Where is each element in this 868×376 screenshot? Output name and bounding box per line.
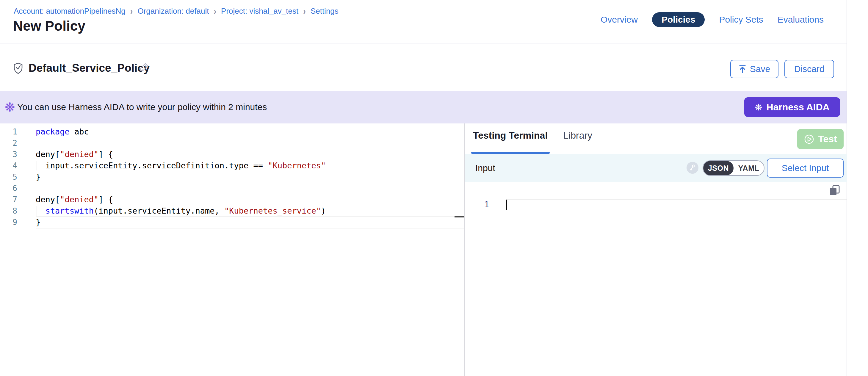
- discard-button[interactable]: Discard: [784, 60, 834, 78]
- input-editor-cursor: [506, 199, 507, 210]
- code-line[interactable]: 9}: [0, 217, 464, 228]
- module-tabs: OverviewPoliciesPolicy SetsEvaluations: [600, 12, 824, 27]
- code-content: }: [36, 217, 464, 228]
- play-circle-icon: [804, 134, 814, 145]
- breadcrumb-separator: ›: [214, 6, 216, 17]
- page: Account: automationPipelinesNg›Organizat…: [0, 0, 868, 376]
- active-tab-underline: [471, 152, 550, 154]
- harness-aida-button[interactable]: ❋ Harness AIDA: [744, 97, 840, 117]
- code-token: }: [36, 217, 40, 227]
- code-token: }: [36, 172, 40, 182]
- policy-name: Default_Service_Policy: [29, 62, 150, 74]
- input-expression-icon[interactable]: [686, 162, 699, 174]
- page-scrollbar-track: [846, 0, 847, 376]
- line-number: 5: [0, 171, 17, 183]
- format-option-json[interactable]: JSON: [703, 161, 734, 175]
- code-content: deny["denied"] {: [36, 149, 464, 160]
- code-content: deny["denied"] {: [36, 194, 464, 205]
- code-token: ] {: [98, 195, 113, 204]
- code-token: deny[: [36, 150, 60, 159]
- code-token: "denied": [60, 195, 98, 204]
- line-number: 6: [0, 183, 17, 194]
- aida-button-sparkle-icon: ❋: [755, 102, 762, 113]
- test-button[interactable]: Test: [797, 129, 844, 149]
- aida-sparkle-icon: ❋: [2, 91, 17, 123]
- tab-policy-sets[interactable]: Policy Sets: [719, 14, 763, 25]
- line-number: 4: [0, 160, 17, 171]
- tab-evaluations[interactable]: Evaluations: [778, 14, 824, 25]
- line-number: 2: [0, 137, 17, 149]
- code-content: [36, 183, 464, 194]
- line-number: 1: [0, 126, 17, 137]
- code-line[interactable]: 2: [0, 137, 464, 149]
- aida-banner: ❋ You can use Harness AIDA to write your…: [0, 91, 847, 123]
- select-input-label: Select Input: [782, 163, 829, 173]
- code-line[interactable]: 7deny["denied"] {: [0, 194, 464, 205]
- line-number: 8: [0, 205, 17, 217]
- code-content: package abc: [36, 126, 464, 137]
- breadcrumb: Account: automationPipelinesNg›Organizat…: [14, 6, 339, 16]
- save-button[interactable]: Save: [730, 60, 778, 78]
- code-content: [36, 137, 464, 149]
- code-token: startswith: [45, 206, 94, 215]
- aida-banner-message: You can use Harness AIDA to write your p…: [17, 91, 267, 123]
- code-token: [36, 206, 45, 215]
- code-token: input.serviceEntity.serviceDefinition.ty…: [36, 161, 268, 170]
- rego-editor[interactable]: 1package abc23deny["denied"] {4 input.se…: [0, 123, 464, 376]
- code-token: package: [36, 127, 70, 136]
- select-input-button[interactable]: Select Input: [767, 159, 844, 178]
- edit-pencil-icon[interactable]: [139, 62, 149, 72]
- breadcrumb-link[interactable]: Account: automationPipelinesNg: [14, 6, 126, 16]
- code-token: ): [321, 206, 326, 215]
- format-option-yaml[interactable]: YAML: [734, 161, 764, 175]
- tab-testing-terminal[interactable]: Testing Terminal: [473, 130, 548, 141]
- input-editor-line-number: 1: [476, 199, 489, 210]
- terminal-tabs: Testing TerminalLibrary: [473, 130, 592, 141]
- aida-button-label: Harness AIDA: [766, 102, 829, 113]
- page-header: Account: automationPipelinesNg›Organizat…: [0, 0, 847, 43]
- code-line[interactable]: 6: [0, 183, 464, 194]
- code-token: "denied": [60, 150, 98, 159]
- copy-icon[interactable]: [829, 184, 841, 196]
- code-token: deny[: [36, 195, 60, 204]
- breadcrumb-link[interactable]: Project: vishal_av_test: [221, 6, 298, 16]
- tab-policies[interactable]: Policies: [652, 12, 705, 27]
- line-number: 9: [0, 217, 17, 228]
- line-number: 3: [0, 149, 17, 160]
- breadcrumb-separator: ›: [130, 6, 133, 17]
- breadcrumb-link[interactable]: Settings: [311, 6, 339, 16]
- breadcrumb-link[interactable]: Organization: default: [137, 6, 209, 16]
- tab-overview[interactable]: Overview: [600, 14, 638, 25]
- code-content: input.serviceEntity.serviceDefinition.ty…: [36, 160, 464, 171]
- save-button-label: Save: [750, 64, 770, 74]
- code-content: startswith(input.serviceEntity.name, "Ku…: [36, 205, 464, 217]
- cursor-position-marker: [455, 216, 464, 217]
- code-line[interactable]: 8 startswith(input.serviceEntity.name, "…: [0, 205, 464, 217]
- code-line[interactable]: 1package abc: [0, 126, 464, 137]
- policy-shield-icon: [13, 62, 23, 74]
- input-label: Input: [475, 154, 495, 182]
- line-number: 7: [0, 194, 17, 205]
- upload-icon: [739, 65, 746, 73]
- discard-button-label: Discard: [794, 64, 825, 74]
- code-token: ] {: [98, 150, 113, 159]
- code-content: }: [36, 171, 464, 183]
- code-line[interactable]: 5}: [0, 171, 464, 183]
- input-format-toggle: JSONYAML: [703, 160, 765, 176]
- code-line[interactable]: 4 input.serviceEntity.serviceDefinition.…: [0, 160, 464, 171]
- tab-library[interactable]: Library: [563, 130, 592, 141]
- code-token: (input.serviceEntity.name,: [94, 206, 224, 215]
- input-editor-current-line[interactable]: [506, 199, 846, 210]
- breadcrumb-separator: ›: [303, 6, 306, 17]
- test-button-label: Test: [818, 133, 837, 145]
- code-token: abc: [70, 127, 89, 136]
- code-token: "Kubernetes_service": [224, 206, 321, 215]
- code-line[interactable]: 3deny["denied"] {: [0, 149, 464, 160]
- page-title: New Policy: [13, 18, 85, 34]
- code-token: "Kubernetes": [268, 161, 326, 170]
